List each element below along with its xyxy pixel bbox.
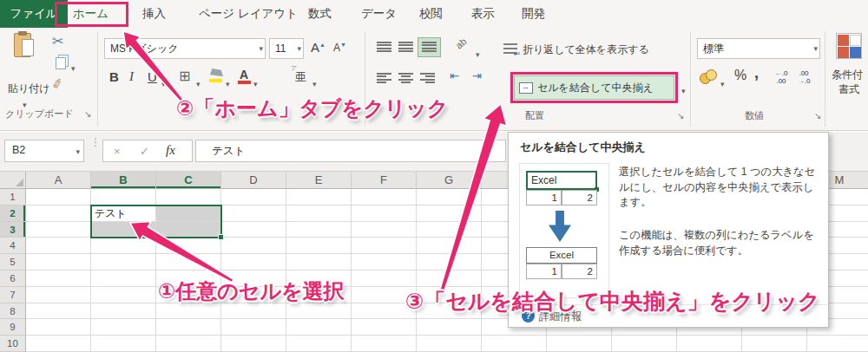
decrease-indent-icon[interactable]: ⇤ <box>450 69 459 82</box>
borders-dropdown[interactable] <box>196 75 201 90</box>
grid-cell[interactable] <box>156 238 221 254</box>
grid-cell[interactable] <box>417 222 482 238</box>
grid-cell[interactable] <box>91 336 156 352</box>
insert-function-icon[interactable]: fx <box>166 143 175 158</box>
grid-cell[interactable] <box>91 271 156 287</box>
row-header[interactable]: 1 <box>0 189 26 205</box>
grid-cell[interactable] <box>221 319 286 336</box>
grid-cell[interactable] <box>156 303 221 320</box>
bold-button[interactable]: B <box>109 69 119 84</box>
grid-cell[interactable] <box>156 336 221 352</box>
tab-insert[interactable]: 挿入 <box>142 0 166 28</box>
row-header[interactable]: 3 <box>0 222 26 238</box>
grid-cell[interactable] <box>417 319 482 336</box>
grid-cell[interactable] <box>352 222 417 238</box>
increase-indent-icon[interactable]: ⇥ <box>472 69 482 82</box>
grid-cell[interactable] <box>221 238 286 254</box>
grid-cell[interactable] <box>352 254 417 271</box>
grid-cell[interactable] <box>156 222 221 238</box>
row-header[interactable]: 6 <box>0 271 26 287</box>
merge-center-dropdown[interactable] <box>681 81 686 97</box>
column-header[interactable]: F <box>352 172 417 189</box>
grid-cell[interactable] <box>807 336 868 352</box>
align-bottom-icon[interactable] <box>422 42 437 52</box>
grid-cell[interactable] <box>677 336 742 352</box>
wrap-text-button[interactable]: 折り返して全体を表示する <box>523 42 649 57</box>
grid-cell[interactable] <box>26 303 91 320</box>
font-size-select[interactable]: 11 ▾ <box>269 38 304 59</box>
conditional-formatting-label-2[interactable]: 書式 <box>838 82 859 97</box>
number-format-dropdown-icon[interactable]: ▾ <box>813 39 818 58</box>
grid-cell[interactable] <box>417 271 482 287</box>
align-top-icon[interactable] <box>377 42 391 52</box>
clipboard-dialog-launcher[interactable]: ↘ <box>84 109 91 119</box>
grid-cell[interactable] <box>352 238 417 254</box>
formula-bar-splitter[interactable]: ⋮ <box>90 136 101 148</box>
selection-fill-handle[interactable] <box>218 234 224 240</box>
underline-button[interactable]: U <box>148 69 157 84</box>
increase-decimal-icon[interactable]: ←.0.00 <box>771 69 792 87</box>
format-painter-icon[interactable]: ✐ <box>50 75 65 94</box>
grid-cell[interactable] <box>221 189 286 205</box>
grid-cell[interactable] <box>91 287 156 303</box>
grid-cell[interactable] <box>26 336 91 352</box>
accounting-format-icon[interactable] <box>700 69 717 83</box>
grid-cell[interactable] <box>286 222 352 238</box>
orientation-dropdown[interactable] <box>476 45 480 61</box>
grid-cell[interactable] <box>26 205 91 222</box>
grid-cell[interactable] <box>286 319 352 336</box>
row-header[interactable]: 5 <box>0 254 26 271</box>
fill-color-icon[interactable] <box>210 68 223 76</box>
tab-page-layout[interactable]: ページ レイアウト <box>199 0 298 28</box>
tab-developer[interactable]: 開発 <box>522 0 545 28</box>
formula-input[interactable]: テスト <box>195 140 506 162</box>
align-center-icon[interactable] <box>398 73 413 83</box>
grid-cell[interactable] <box>26 222 91 238</box>
name-box[interactable]: B2 ▾ <box>4 140 84 162</box>
number-format-select[interactable]: 標準 ▾ <box>697 38 820 59</box>
grid-cell[interactable]: テスト <box>91 205 156 222</box>
grid-cell[interactable] <box>742 336 807 352</box>
tab-view[interactable]: 表示 <box>471 0 495 28</box>
grid-cell[interactable] <box>156 189 221 205</box>
grid-cell[interactable] <box>221 254 286 271</box>
comma-style-button[interactable]: , <box>754 64 759 82</box>
underline-dropdown[interactable] <box>161 75 166 90</box>
enter-icon[interactable]: ✓ <box>140 145 149 158</box>
grid-cell[interactable] <box>352 319 417 336</box>
grid-cell[interactable] <box>612 336 677 352</box>
grid-cell[interactable] <box>26 319 91 336</box>
grid-cell[interactable] <box>26 287 91 303</box>
grid-cell[interactable] <box>221 303 286 320</box>
tab-review[interactable]: 校閲 <box>419 0 443 28</box>
conditional-formatting-label-1[interactable]: 条件付 <box>832 68 863 82</box>
cut-icon[interactable]: ✂ <box>52 33 63 49</box>
grid-cell[interactable] <box>417 336 482 352</box>
grid-cell[interactable] <box>286 189 352 205</box>
font-name-select[interactable]: MS Pゴシック ▾ <box>104 38 266 59</box>
wrap-text-icon[interactable] <box>503 43 517 55</box>
italic-button[interactable]: I <box>129 69 134 84</box>
grid-cell[interactable] <box>417 238 482 254</box>
grid-cell[interactable] <box>286 254 352 271</box>
font-name-dropdown-icon[interactable]: ▾ <box>259 39 263 58</box>
tab-formulas[interactable]: 数式 <box>308 0 332 28</box>
name-box-dropdown-icon[interactable]: ▾ <box>76 147 80 156</box>
row-header[interactable]: 10 <box>0 336 26 352</box>
grid-cell[interactable] <box>352 271 417 287</box>
row-header[interactable]: 9 <box>0 319 26 336</box>
grid-cell[interactable] <box>91 254 156 271</box>
copy-dropdown[interactable] <box>71 59 76 75</box>
grid-cell[interactable] <box>417 205 482 222</box>
alignment-dialog-launcher[interactable]: ↘ <box>677 111 684 121</box>
phonetic-dropdown[interactable] <box>312 75 317 90</box>
tab-data[interactable]: データ <box>361 0 397 28</box>
row-header[interactable]: 7 <box>0 287 26 303</box>
grid-cell[interactable] <box>156 254 221 271</box>
grid-cell[interactable] <box>547 336 612 352</box>
borders-icon[interactable]: ⊞ <box>179 68 190 84</box>
align-right-icon[interactable] <box>420 73 435 83</box>
grid-cell[interactable] <box>26 238 91 254</box>
increase-font-size-button[interactable]: A▲ <box>311 40 326 55</box>
grid-cell[interactable] <box>417 189 482 205</box>
